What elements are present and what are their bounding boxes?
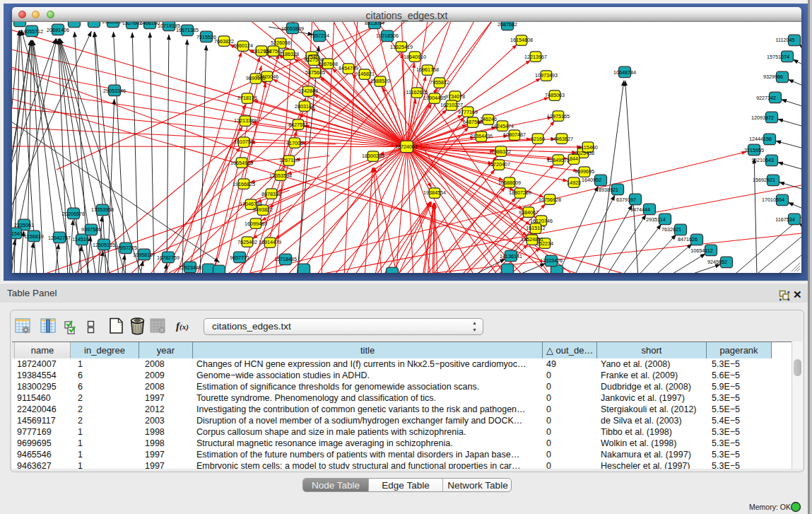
svg-text:10648784: 10648784 [613,69,636,76]
svg-text:12213389: 12213389 [234,117,257,124]
svg-text:3267110: 3267110 [279,157,298,163]
svg-text:6379197: 6379197 [616,197,636,203]
svg-text:18724007: 18724007 [395,144,418,150]
svg-text:16053809: 16053809 [281,25,304,32]
svg-text:10958107: 10958107 [133,252,155,258]
svg-text:10654983: 10654983 [230,160,253,166]
svg-text:6466160: 6466160 [140,22,160,26]
svg-text:18807269: 18807269 [509,189,531,196]
svg-text:12093872: 12093872 [751,115,774,121]
svg-text:10654112: 10654112 [690,247,712,254]
svg-text:9384067: 9384067 [519,209,539,216]
svg-text:12505135: 12505135 [93,242,115,248]
svg-text:12353594: 12353594 [269,173,292,179]
svg-text:8186328: 8186328 [279,51,299,57]
svg-text:9146821: 9146821 [355,71,375,77]
svg-text:1156819: 1156819 [24,233,43,240]
svg-text:9115460: 9115460 [578,144,597,151]
svg-text:16782759: 16782759 [157,255,180,261]
svg-text:9227342: 9227342 [756,95,776,101]
svg-text:13325419: 13325419 [390,44,413,50]
svg-text:12849575: 12849575 [547,157,570,163]
svg-text:7986322: 7986322 [491,148,511,155]
svg-text:9474444: 9474444 [630,206,650,213]
svg-text:7515526: 7515526 [196,34,216,40]
svg-text:19218506: 19218506 [376,33,399,39]
svg-text:5226058: 5226058 [271,40,290,46]
svg-text:18640910: 18640910 [404,54,426,60]
svg-text:8813054: 8813054 [365,22,384,26]
svg-text:20691406: 20691406 [47,27,69,33]
svg-text:8471626: 8471626 [678,236,698,243]
svg-text:9734078: 9734078 [445,93,465,100]
svg-text:15718485: 15718485 [274,256,297,262]
svg-text:9245652: 9245652 [707,259,727,265]
svg-text:2087682: 2087682 [498,22,517,28]
svg-text:16210643: 16210643 [751,157,774,163]
svg-text:62160: 62160 [531,136,545,142]
svg-text:14136141: 14136141 [500,253,522,259]
svg-text:8678332: 8678332 [261,191,281,197]
svg-text:2718176: 2718176 [237,95,257,101]
svg-text:12942757: 12942757 [48,235,71,241]
svg-text:15720407: 15720407 [488,161,510,168]
svg-text:8938921: 8938921 [599,187,618,193]
svg-text:1640952: 1640952 [582,177,601,183]
svg-text:16914479: 16914479 [259,239,281,245]
svg-text:5875685: 5875685 [305,69,325,76]
svg-text:21364436: 21364436 [470,133,493,139]
svg-text:8660124: 8660124 [233,42,253,49]
svg-text:17010504: 17010504 [762,197,784,203]
svg-text:7357234: 7357234 [310,33,329,39]
svg-text:2867608: 2867608 [318,61,338,67]
svg-text:22420046: 22420046 [256,74,278,80]
svg-text:8427552: 8427552 [288,122,308,128]
svg-text:844: 844 [570,156,578,162]
svg-text:1112045: 1112045 [776,37,795,43]
svg-text:18245474: 18245474 [491,123,514,129]
svg-text:12923448: 12923448 [179,264,201,271]
svg-text:14463627: 14463627 [551,136,573,142]
svg-text:29053346: 29053346 [103,88,126,94]
svg-text:17333426: 17333426 [540,257,563,264]
svg-text:9699695: 9699695 [575,168,594,175]
svg-text:10807487: 10807487 [503,132,526,138]
svg-text:9657771: 9657771 [230,255,249,261]
svg-text:19166825: 19166825 [233,181,255,187]
svg-text:16210227: 16210227 [440,102,463,108]
svg-text:12213967: 12213967 [524,54,547,60]
svg-text:15751074: 15751074 [767,54,789,60]
svg-text:2803144: 2803144 [295,103,314,110]
svg-text:7632621: 7632621 [661,226,681,233]
svg-text:1527602: 1527602 [122,22,142,26]
svg-text:7663822: 7663822 [214,38,234,45]
svg-text:1615112: 1615112 [526,225,545,231]
svg-text:16671385: 16671385 [176,27,199,33]
svg-text:3215955: 3215955 [744,147,764,153]
svg-text:3915419: 3915419 [12,230,25,237]
svg-text:14923: 14923 [567,180,581,186]
svg-text:20206576: 20206576 [62,211,85,217]
svg-text:7625402: 7625402 [237,239,257,245]
svg-text:252234: 252234 [536,240,553,247]
svg-text:1145194: 1145194 [72,236,91,243]
svg-text:14055712: 14055712 [20,28,43,35]
svg-text:10653267: 10653267 [102,22,124,25]
svg-text:17353968: 17353968 [91,206,114,213]
svg-text:9242848: 9242848 [298,88,318,94]
svg-text:10688609: 10688609 [498,180,521,186]
svg-text:2335061: 2335061 [14,222,34,228]
svg-text:16961758: 16961758 [416,66,439,73]
svg-text:9329966: 9329966 [763,74,783,80]
svg-text:10756928: 10756928 [539,197,561,203]
svg-text:17957225: 17957225 [114,245,137,251]
svg-text:9397586: 9397586 [81,226,101,233]
svg-text:1010755: 1010755 [234,139,254,145]
svg-text:19384554: 19384554 [423,189,446,196]
svg-text:10973493: 10973493 [535,72,558,78]
svg-text:1167534: 1167534 [775,216,794,223]
svg-text:3493822: 3493822 [253,206,273,213]
svg-text:18300295: 18300295 [362,153,384,159]
svg-text:15692921: 15692921 [753,177,775,183]
svg-text:12975165: 12975165 [547,113,570,119]
